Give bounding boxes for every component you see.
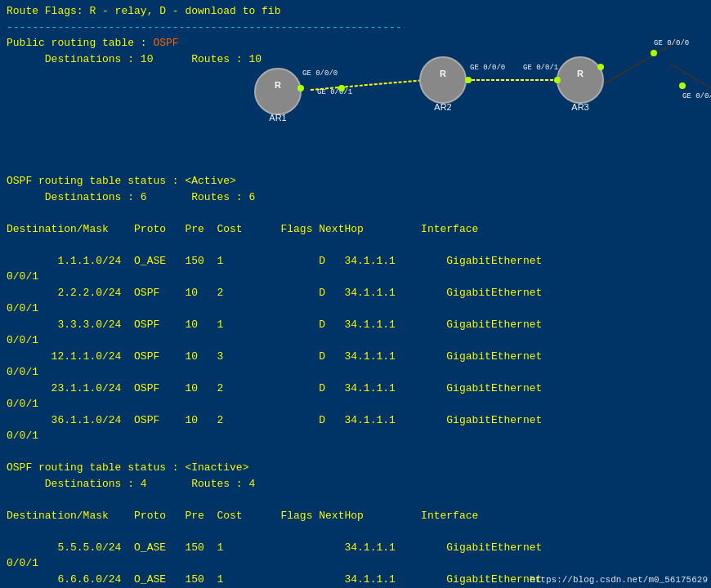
svg-text:AR2: AR2 bbox=[434, 102, 451, 112]
spacer2 bbox=[7, 237, 704, 253]
route-row-1a: 1.1.1.0/24 O_ASE 150 1 D 34.1.1.1 Gigabi… bbox=[7, 253, 704, 270]
watermark-text: https://blog.csdn.net/m0_56175629 bbox=[530, 575, 708, 585]
svg-text:R: R bbox=[577, 69, 584, 78]
destinations-routes-line2: Destinations : 6 Routes : 6 bbox=[7, 189, 704, 206]
route-row-2a: 2.2.2.0/24 OSPF 10 2 D 34.1.1.1 GigabitE… bbox=[7, 285, 704, 301]
route-row-7b: 0/0/1 bbox=[7, 555, 704, 572]
spacer3 bbox=[7, 444, 704, 461]
svg-point-20 bbox=[554, 77, 561, 83]
spacer4 bbox=[7, 492, 704, 508]
route-row-4b: 0/0/1 bbox=[7, 364, 704, 381]
route-row-7a: 5.5.5.0/24 O_ASE 150 1 34.1.1.1 GigabitE… bbox=[7, 540, 704, 556]
svg-text:GE 0/0/1: GE 0/0/1 bbox=[317, 88, 352, 96]
route-row-3b: 0/0/1 bbox=[7, 332, 704, 349]
public-routing-table-label: Public routing table : OSPF bbox=[7, 35, 704, 51]
route-row-5a: 23.1.1.0/24 OSPF 10 2 D 34.1.1.1 Gigabit… bbox=[7, 381, 704, 397]
svg-text:GE 0/0/0: GE 0/0/0 bbox=[302, 69, 338, 78]
svg-point-15 bbox=[465, 77, 472, 83]
route-row-6a: 36.1.1.0/24 OSPF 10 2 D 34.1.1.1 Gigabit… bbox=[7, 412, 704, 429]
route-row-6b: 0/0/1 bbox=[7, 428, 704, 444]
spacer5 bbox=[7, 523, 704, 540]
route-row-2b: 0/0/1 bbox=[7, 301, 704, 317]
table-header2: Destination/Mask Proto Pre Cost Flags Ne… bbox=[7, 508, 704, 524]
route-row-4a: 12.1.1.0/24 OSPF 10 3 D 34.1.1.1 Gigabit… bbox=[7, 349, 704, 365]
svg-point-13 bbox=[338, 85, 345, 91]
svg-text:AR1: AR1 bbox=[269, 113, 286, 122]
svg-line-0 bbox=[311, 80, 425, 90]
svg-point-8 bbox=[297, 85, 304, 91]
destinations-routes-line3: Destinations : 4 Routes : 4 bbox=[7, 476, 704, 492]
route-row-5b: 0/0/1 bbox=[7, 396, 704, 412]
svg-text:AR3: AR3 bbox=[571, 102, 588, 112]
table-header1: Destination/Mask Proto Pre Cost Flags Ne… bbox=[7, 221, 704, 238]
svg-text:R: R bbox=[275, 80, 281, 90]
route-row-3a: 3.3.3.0/24 OSPF 10 1 D 34.1.1.1 GigabitE… bbox=[7, 317, 704, 333]
ospf-status-active: OSPF routing table status : <Active> bbox=[7, 173, 704, 189]
svg-text:R: R bbox=[440, 69, 446, 78]
svg-point-4 bbox=[255, 69, 301, 114]
destinations-routes-line1: Destinations : 10 Routes : 10 bbox=[7, 51, 704, 68]
route-row-1b: 0/0/1 bbox=[7, 269, 704, 285]
terminal-output: Route Flags: R - relay, D - download to … bbox=[0, 0, 711, 588]
separator-line: ----------------------------------------… bbox=[7, 20, 704, 36]
route-flags-line: Route Flags: R - relay, D - download to … bbox=[7, 3, 704, 20]
svg-line-3 bbox=[670, 64, 711, 88]
svg-point-24 bbox=[679, 82, 686, 89]
svg-text:GE 0/0/2: GE 0/0/2 bbox=[682, 92, 711, 100]
spacer1 bbox=[7, 205, 704, 221]
ospf-status-inactive: OSPF routing table status : <Inactive> bbox=[7, 460, 704, 476]
